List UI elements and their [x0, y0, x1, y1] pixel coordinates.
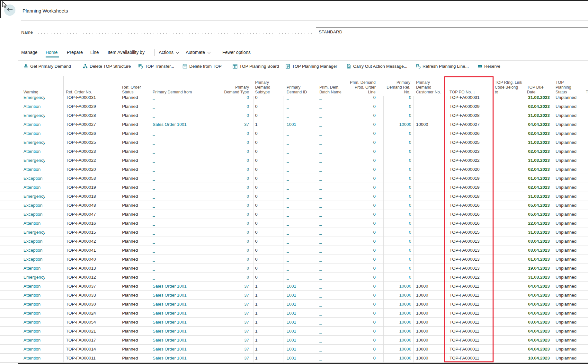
cell-primary-demand-ref-no[interactable]: 10000	[399, 336, 411, 344]
cell-primary-demand-type[interactable]: 0	[246, 246, 249, 255]
cell-prim-dem-batch-name[interactable]: _	[319, 246, 322, 255]
table-row[interactable]: AttentionTOP-FA000027PlannedSales Order …	[0, 120, 588, 129]
cell-primary-demand-subtype[interactable]: 0	[255, 273, 258, 282]
cell-primary-demand-ref-no[interactable]: 0	[409, 147, 411, 156]
column-header-warning[interactable]: Warning	[23, 90, 38, 95]
cell-prim-demand-prod-order-line[interactable]: 0	[373, 183, 376, 192]
cell-prim-demand-prod-order-line[interactable]: 0	[373, 228, 376, 237]
cell-warning[interactable]: Attention	[23, 309, 40, 317]
cell-top-planning-status[interactable]: Unplanned	[556, 147, 576, 156]
cell-top-planning-status[interactable]: Unplanned	[556, 102, 576, 111]
cell-primary-demand-type[interactable]: 0	[246, 156, 249, 165]
cell-primary-demand-id[interactable]: _	[287, 138, 289, 147]
cell-prim-demand-prod-order-line[interactable]: 0	[373, 291, 376, 299]
cell-prim-dem-batch-name[interactable]: _	[319, 345, 322, 353]
cell-primary-demand-subtype[interactable]: 1	[255, 291, 258, 299]
table-row[interactable]: ExceptionTOP-FA000047Planned_00__00TOP-F…	[0, 210, 588, 219]
cell-prim-demand-prod-order-line[interactable]: 0	[373, 201, 376, 210]
cell-primary-demand-id[interactable]: _	[287, 156, 289, 165]
cell-primary-demand-from[interactable]: Sales Order 1001	[153, 336, 187, 344]
cell-prim-demand-prod-order-line[interactable]: 0	[373, 219, 376, 228]
cell-warning[interactable]: Exception	[23, 174, 42, 183]
column-header-ref-order-status[interactable]: Ref. Order Status	[122, 85, 141, 95]
cell-warning[interactable]: Emergency	[23, 192, 45, 201]
cell-primary-demand-subtype[interactable]: 0	[255, 165, 258, 174]
cell-primary-demand-ref-no[interactable]: 0	[409, 210, 411, 219]
cell-ref-order-status[interactable]: Planned	[122, 147, 138, 156]
cell-prim-dem-batch-name[interactable]: _	[319, 237, 322, 246]
cell-primary-demand-ref-no[interactable]: 0	[409, 219, 411, 228]
cell-primary-demand-id[interactable]: 1001	[287, 291, 296, 299]
cell-primary-demand-type[interactable]: 0	[246, 273, 249, 282]
table-row[interactable]: AttentionTOP-FA000029Planned_00__00TOP-F…	[0, 102, 588, 111]
cell-primary-demand-subtype[interactable]: 0	[255, 138, 258, 147]
cell-top-planning-status[interactable]: Unplanned	[556, 273, 576, 282]
cell-ref-order-status[interactable]: Planned	[122, 291, 138, 299]
cell-top-planning-status[interactable]: Unplanned	[556, 336, 576, 344]
cell-ref-order-status[interactable]: Planned	[122, 354, 138, 362]
cell-primary-demand-subtype[interactable]: 1	[255, 345, 258, 353]
cell-ref-order-status[interactable]: Planned	[122, 327, 138, 335]
cell-primary-demand-id[interactable]: _	[287, 273, 289, 282]
cell-primary-demand-ref-no[interactable]: 0	[409, 246, 411, 255]
cell-ref-order-no[interactable]: TOP-FA000021	[66, 327, 96, 335]
cell-primary-demand-from[interactable]: Sales Order 1001	[153, 327, 187, 335]
cell-primary-demand-id[interactable]: _	[287, 102, 289, 111]
cell-ref-order-status[interactable]: Planned	[122, 111, 138, 120]
cell-top-planning-status[interactable]: Unplanned	[556, 264, 576, 273]
cell-primary-demand-ref-no[interactable]: 10000	[399, 282, 411, 290]
cell-primary-demand-type[interactable]: 0	[246, 165, 249, 174]
cell-top-due-date[interactable]: 04.04.2023	[528, 345, 550, 353]
column-header-prim-dem-batch-name[interactable]: Prim. Dem. Batch Name	[319, 85, 342, 95]
cell-top-planning-status[interactable]: Unplanned	[556, 120, 576, 129]
cell-primary-demand-subtype[interactable]: 0	[255, 111, 258, 120]
cell-top-planning-status[interactable]: Unplanned	[556, 219, 576, 228]
cell-warning[interactable]: Attention	[23, 129, 40, 138]
cell-ref-order-status[interactable]: Planned	[122, 174, 138, 183]
cell-prim-demand-prod-order-line[interactable]: 0	[373, 273, 376, 282]
cell-prim-demand-prod-order-line[interactable]: 0	[373, 192, 376, 201]
cell-primary-demand-customer-no[interactable]: 10000	[416, 318, 428, 326]
cell-warning[interactable]: Attention	[23, 318, 40, 326]
cell-primary-demand-type[interactable]: 0	[246, 237, 249, 246]
cell-primary-demand-customer-no[interactable]: 10000	[416, 282, 428, 290]
cell-prim-dem-batch-name[interactable]: _	[319, 228, 322, 237]
cell-warning[interactable]: Attention	[23, 354, 40, 362]
cell-top-due-date[interactable]: 10.04.2023	[528, 354, 550, 362]
cell-primary-demand-subtype[interactable]: 1	[255, 300, 258, 308]
cell-ref-order-no[interactable]: TOP-FA000029	[66, 102, 96, 111]
table-row[interactable]: AttentionTOP-FA000013Planned_00__00TOP-F…	[0, 264, 588, 273]
cell-primary-demand-from[interactable]: Sales Order 1001	[153, 282, 187, 290]
cell-primary-demand-subtype[interactable]: 1	[255, 282, 258, 290]
cell-warning[interactable]: Emergency	[23, 156, 45, 165]
cell-primary-demand-ref-no[interactable]: 0	[409, 174, 411, 183]
cell-top-due-date[interactable]: 22.04.2023	[528, 219, 550, 228]
cell-warning[interactable]: Attention	[23, 327, 40, 335]
cell-top-due-date[interactable]: 03.04.2023	[528, 237, 550, 246]
toolbar-button-top-transfer[interactable]: TOP Transfer...	[138, 63, 174, 69]
cell-warning[interactable]: Attention	[23, 165, 40, 174]
cell-ref-order-no[interactable]: TOP-FA000014	[66, 345, 96, 353]
cell-primary-demand-id[interactable]: _	[287, 174, 289, 183]
cell-warning[interactable]: Exception	[23, 255, 42, 264]
cell-warning[interactable]: Attention	[23, 282, 40, 290]
table-row[interactable]: AttentionTOP-FA000023Planned_00__00TOP-F…	[0, 147, 588, 156]
cell-prim-dem-batch-name[interactable]: _	[319, 291, 322, 299]
cell-ref-order-no[interactable]: TOP-FA000047	[66, 210, 96, 219]
table-row[interactable]: AttentionTOP-FA000020Planned_00__00TOP-F…	[0, 165, 588, 174]
cell-prim-demand-prod-order-line[interactable]: 0	[373, 300, 376, 308]
cell-top-due-date[interactable]: 04.04.2023	[528, 336, 550, 344]
cell-primary-demand-from[interactable]: _	[153, 210, 155, 219]
cell-primary-demand-ref-no[interactable]: 0	[409, 264, 411, 273]
cell-primary-demand-id[interactable]: _	[287, 264, 289, 273]
table-row[interactable]: EmergencyTOP-FA000015Planned_00__00TOP-F…	[0, 228, 588, 237]
column-header-primary-demand-customer-no[interactable]: Primary Demand Customer No.	[416, 80, 441, 95]
cell-ref-order-no[interactable]: TOP-FA000019	[66, 183, 96, 192]
table-row[interactable]: AttentionTOP-FA000016Planned_00__00TOP-F…	[0, 219, 588, 228]
cell-top-due-date[interactable]: 01.04.2023	[528, 255, 550, 264]
table-row[interactable]: AttentionTOP-FA000054PlannedSales Order …	[0, 318, 588, 327]
cell-primary-demand-id[interactable]: _	[287, 165, 289, 174]
cell-top-due-date[interactable]: 04.04.2023	[528, 309, 550, 317]
cell-prim-dem-batch-name[interactable]: _	[319, 282, 322, 290]
toolbar-button-get-primary-demand[interactable]: Get Primary Demand	[23, 63, 71, 69]
